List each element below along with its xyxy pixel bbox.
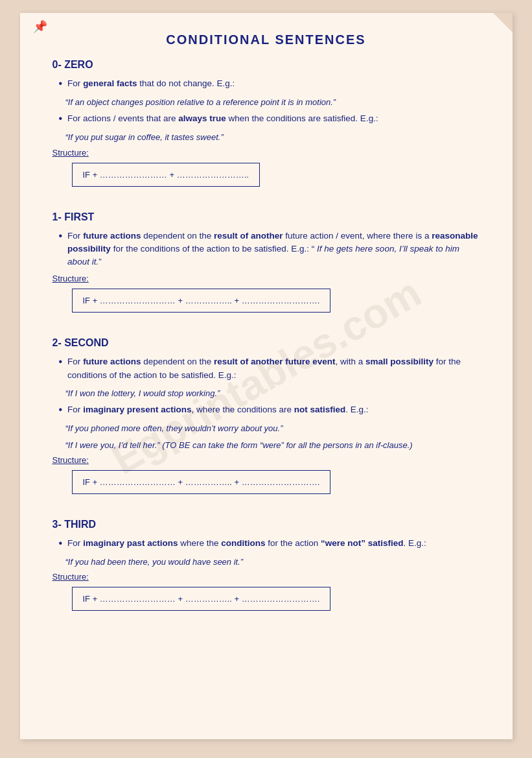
third-structure-box: IF + ……………………… + …………….. + ……………………….: [72, 587, 331, 611]
second-bullet-list: For future actions dependent on the resu…: [52, 355, 480, 382]
second-example-3: “If I were you, I’d tell her.” (TO BE ca…: [65, 439, 480, 452]
third-bullet-list: For imaginary past actions where the con…: [52, 537, 480, 551]
second-bullet-list-2: For imaginary present actions, where the…: [52, 403, 480, 417]
zero-bullet-1: For general facts that do not change. E.…: [59, 77, 480, 91]
section-first: 1- FIRST For future actions dependent on…: [52, 211, 480, 325]
zero-bullet-list-2: For actions / events that are always tru…: [52, 112, 480, 126]
first-structure-box: IF + ……………………… + …………….. + ……………………….: [72, 289, 331, 313]
second-structure-box: IF + ……………………… + …………….. + ……………………….: [72, 470, 331, 494]
third-structure-label: Structure:: [52, 572, 480, 582]
zero-structure-box: IF + …………………… + ……………………..: [72, 163, 260, 187]
second-bullet-1: For future actions dependent on the resu…: [59, 355, 480, 382]
page: 📌 Egprintables.com CONDITIONAL SENTENCES…: [20, 13, 513, 739]
second-example-2: “If you phoned more often, they wouldn’t…: [65, 422, 480, 435]
first-bullet-1: For future actions dependent on the resu…: [59, 230, 480, 269]
third-example-1: “If you had been there, you would have s…: [65, 556, 480, 569]
pin-icon: 📌: [33, 19, 47, 34]
section-third-title: 3- THIRD: [52, 519, 480, 530]
section-second: 2- SECOND For future actions dependent o…: [52, 337, 480, 506]
section-second-title: 2- SECOND: [52, 337, 480, 349]
zero-structure-label: Structure:: [52, 148, 480, 158]
page-title: CONDITIONAL SENTENCES: [52, 32, 480, 47]
section-first-title: 1- FIRST: [52, 211, 480, 223]
first-bullet-list: For future actions dependent on the resu…: [52, 230, 480, 269]
zero-example-1: “If an object changes position relative …: [65, 96, 480, 109]
first-structure-label: Structure:: [52, 274, 480, 283]
second-structure-label: Structure:: [52, 455, 480, 465]
zero-bullet-2: For actions / events that are always tru…: [59, 112, 480, 126]
content-area: CONDITIONAL SENTENCES 0- ZERO For genera…: [52, 32, 480, 622]
second-example-1: “If I won the lottery, I would stop work…: [65, 387, 480, 400]
zero-bullet-list: For general facts that do not change. E.…: [52, 77, 480, 91]
section-zero: 0- ZERO For general facts that do not ch…: [52, 59, 480, 198]
section-third: 3- THIRD For imaginary past actions wher…: [52, 519, 480, 622]
section-zero-title: 0- ZERO: [52, 59, 480, 71]
second-bullet-2: For imaginary present actions, where the…: [59, 403, 480, 417]
zero-example-2: “If you put sugar in coffee, it tastes s…: [65, 131, 480, 144]
third-bullet-1: For imaginary past actions where the con…: [59, 537, 480, 551]
